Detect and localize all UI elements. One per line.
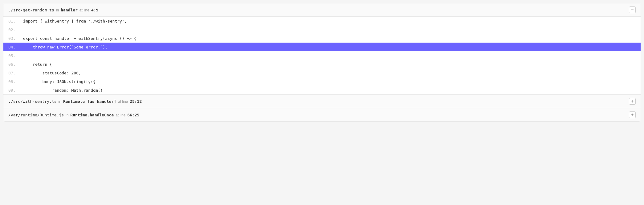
line-number: 08. — [3, 77, 21, 86]
frame-function-2: Runtime.u [as handler] — [63, 99, 116, 104]
frame-filename-3: /var/runtime/Runtime.js — [8, 113, 64, 117]
line-content — [21, 51, 641, 60]
code-line: 06. return { — [3, 60, 641, 69]
frame-header-2: ./src/with-sentry.tsinRuntime.u [as hand… — [3, 95, 641, 108]
code-line: 02. — [3, 25, 641, 34]
frame-filename-2: ./src/with-sentry.ts — [8, 99, 57, 104]
line-content: export const handler = withSentry(async … — [21, 34, 641, 43]
frame-function-1: handler — [61, 8, 78, 12]
frame-in-2: in — [59, 99, 61, 104]
line-number: 02. — [3, 25, 21, 34]
code-line: 08. body: JSON.stringify({ — [3, 77, 641, 86]
line-number: 05. — [3, 51, 21, 60]
code-line: 07. statusCode: 200, — [3, 69, 641, 77]
line-number: 01. — [3, 17, 21, 25]
code-block-1: 01.import { withSentry } from './with-se… — [3, 17, 641, 94]
frame-at-2: at line — [118, 99, 128, 104]
line-content: body: JSON.stringify({ — [21, 77, 641, 86]
frame-3: /var/runtime/Runtime.jsinRuntime.handleO… — [3, 108, 641, 122]
frame-line-1: 4:9 — [91, 8, 98, 12]
frame-header-left-2: ./src/with-sentry.tsinRuntime.u [as hand… — [8, 99, 142, 104]
code-line: 01.import { withSentry } from './with-se… — [3, 17, 641, 25]
line-content: throw new Error(`Some error.`); — [21, 43, 641, 51]
line-number: 03. — [3, 34, 21, 43]
frame-line-2: 28:12 — [130, 99, 142, 104]
frame-toggle-3[interactable]: + — [629, 111, 636, 118]
code-line: 05. — [3, 51, 641, 60]
line-content: random: Math.random() — [21, 86, 641, 94]
code-line: 09. random: Math.random() — [3, 86, 641, 94]
code-line: 04. throw new Error(`Some error.`); — [3, 43, 641, 51]
frame-header-left-3: /var/runtime/Runtime.jsinRuntime.handleO… — [8, 113, 139, 117]
frame-at-3: at line — [116, 113, 125, 117]
stacktrace-container: ./src/get-random.tsinhandlerat line4:9−0… — [3, 3, 641, 122]
frame-toggle-2[interactable]: + — [629, 98, 636, 105]
frame-line-3: 66:25 — [127, 113, 139, 117]
line-number: 09. — [3, 86, 21, 94]
line-number: 07. — [3, 69, 21, 77]
frame-filename-1: ./src/get-random.ts — [8, 8, 54, 12]
frame-header-left-1: ./src/get-random.tsinhandlerat line4:9 — [8, 8, 98, 12]
line-content — [21, 25, 641, 34]
frame-toggle-1[interactable]: − — [629, 6, 636, 13]
line-number: 04. — [3, 43, 21, 51]
line-content: return { — [21, 60, 641, 69]
frame-header-3: /var/runtime/Runtime.jsinRuntime.handleO… — [3, 108, 641, 122]
frame-at-1: at line — [79, 8, 89, 12]
frame-2: ./src/with-sentry.tsinRuntime.u [as hand… — [3, 95, 641, 108]
frame-in-1: in — [56, 8, 59, 12]
frame-1: ./src/get-random.tsinhandlerat line4:9−0… — [3, 3, 641, 95]
frame-function-3: Runtime.handleOnce — [70, 113, 114, 117]
frame-header-1: ./src/get-random.tsinhandlerat line4:9− — [3, 3, 641, 17]
line-number: 06. — [3, 60, 21, 69]
line-content: statusCode: 200, — [21, 69, 641, 77]
line-content: import { withSentry } from './with-sentr… — [21, 17, 641, 25]
frame-in-3: in — [66, 113, 68, 117]
code-line: 03.export const handler = withSentry(asy… — [3, 34, 641, 43]
